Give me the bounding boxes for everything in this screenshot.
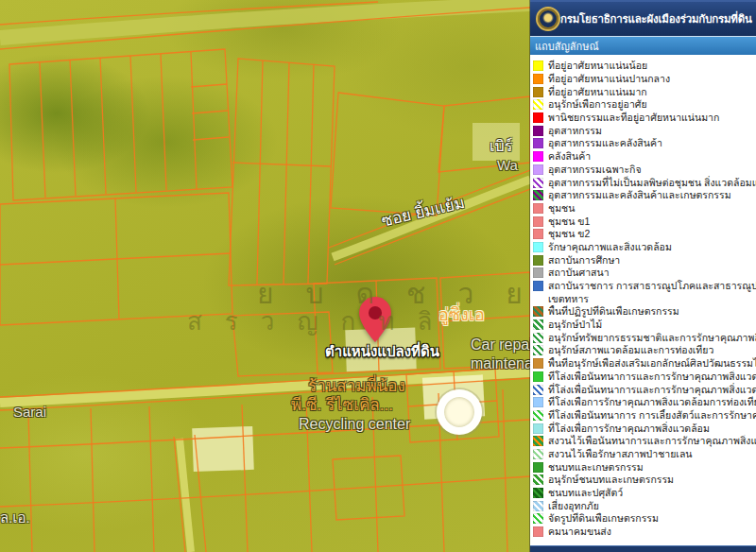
department-seal-icon — [536, 7, 560, 31]
legend-item-label: ชุมชน ข2 — [548, 228, 590, 240]
legend-item: อุตสาหกรรมที่ไม่เป็นมลพิษต่อชุมชน สิ่งแว… — [533, 176, 756, 189]
parcel-boundaries — [0, 2, 530, 552]
recycle-shop-label-1[interactable]: ร้านสามพี่น้อง — [308, 378, 405, 396]
legend-swatch-icon — [533, 99, 543, 110]
watermark-row-1: ยบดชวย — [257, 278, 530, 309]
legend-item: ที่อยู่อาศัยหนาแน่นมาก — [533, 85, 756, 98]
recycle-shop-label-en[interactable]: Recycling center — [299, 416, 410, 433]
legend-item: รักษาคุณภาพและสิ่งแวดล้อม — [533, 241, 756, 254]
legend-swatch-icon — [533, 203, 543, 214]
legend-swatch-icon — [533, 126, 543, 136]
legend-swatch-icon — [533, 178, 543, 188]
legend-item-label: ที่โล่งเพื่อนันทนาการและการรักษาคุณภาพสิ… — [548, 384, 756, 396]
legend-item-label: อุตสาหกรรมและคลังสินค้าและเกษตรกรรม — [548, 189, 731, 201]
legend-item-label: อนุรักษ์เพื่อการอยู่อาศัย — [548, 98, 647, 111]
legend-item-label: อนุรักษ์ป่าไม้ — [548, 319, 602, 331]
legend-item: อนุรักษ์ทรัพยากรธรรมชาติและการรักษาคุณภา… — [533, 331, 756, 344]
legend-swatch-icon — [533, 462, 543, 473]
legend-item-label: อุตสาหกรรม — [548, 125, 602, 137]
legend-item-label: อุตสาหกรรมและคลังสินค้า — [548, 137, 662, 149]
legend-item: ที่โล่งเพื่อนันทนาการและการรักษาคุณภาพสิ… — [533, 371, 756, 384]
legend-item-label: พื้นที่อนุรักษ์เพื่อส่งเสริมเอกลักษณ์ศิล… — [548, 357, 756, 370]
legend-item-label: ที่โล่งเพื่อการรักษาคุณภาพสิ่งแวดล้อมการ… — [548, 396, 756, 408]
legend-item-label: ที่อยู่อาศัยหนาแน่นมาก — [548, 86, 647, 98]
legend-item-label: อุตสาหกรรมเฉพาะกิจ — [548, 164, 642, 176]
corner-area-label: ล.เอ. — [0, 510, 30, 526]
legend-item: สถาบันการศึกษา — [533, 253, 756, 267]
legend-item: อุตสาหกรรมและคลังสินค้า — [533, 137, 756, 150]
recycling-center-poi-icon[interactable] — [437, 389, 482, 435]
legend-item-label: ที่อยู่อาศัยหนาแน่นน้อย — [548, 60, 647, 72]
car-repair-label-th[interactable]: อู่ซิ่งเอ — [438, 306, 485, 325]
legend-swatch-icon — [533, 513, 543, 524]
legend-item-label: พานิชยกรรมและที่อยู่อาศัยหนาแน่นมาก — [548, 112, 719, 124]
legend-item: เสี่ยงอุทกภัย — [533, 499, 756, 512]
legend-item: ชุมชน ข1 — [533, 215, 756, 228]
legend-item-label: อนุรักษ์ทรัพยากรธรรมชาติและการรักษาคุณภา… — [548, 332, 756, 344]
legend-swatch-icon — [533, 319, 543, 330]
legend-swatch-icon — [533, 333, 543, 343]
legend-item: เขตทหาร — [533, 292, 756, 305]
legend-item-label: พื้นที่ปฏิรูปที่ดินเพื่อเกษตรกรรม — [548, 305, 679, 318]
legend-title-bar: แถบสัญลักษณ์ — [530, 36, 756, 55]
sarai-label: Sarai — [13, 405, 46, 421]
legend-swatch-icon — [533, 294, 543, 304]
canal-label: คลองสาม — [349, 0, 401, 2]
legend-item: อนุรักษ์ชนบทและเกษตรกรรม — [533, 474, 756, 487]
legend-item: คลังสินค้า — [533, 150, 756, 164]
legend-item-label: เสี่ยงอุทกภัย — [548, 500, 599, 512]
legend-item: ที่โล่งเพื่อนันทนาการ การเลี้ยงสัตว์และก… — [533, 409, 756, 423]
legend-panel: กรมโยธาธิการและผังเมืองร่วมกับกรมที่ดิน … — [530, 0, 756, 552]
legend-item-label: ที่โล่งเพื่อการรักษาคุณภาพสิ่งแวดล้อม — [548, 423, 710, 435]
legend-item: สถาบันศาสนา — [533, 267, 756, 280]
legend-swatch-icon — [533, 385, 543, 395]
legend-swatch-icon — [533, 151, 543, 162]
legend-item-label: คมนาคมขนส่ง — [548, 526, 611, 538]
legend-item-label: อนุรักษ์สภาพแวดล้อมและการท่องเที่ยว — [548, 344, 713, 356]
legend-item-label: ที่อยู่อาศัยหนาแน่นปานกลาง — [548, 73, 670, 85]
legend-swatch-icon — [533, 255, 543, 266]
bird-poi-label-th[interactable]: เบิร์ — [490, 138, 512, 155]
legend-item: พื้นที่ปฏิรูปที่ดินเพื่อเกษตรกรรม — [533, 305, 756, 319]
legend-item: ชนบทและปศุสัตว์ — [533, 487, 756, 500]
legend-swatch-icon — [533, 397, 543, 407]
legend-item: อนุรักษ์ป่าไม้ — [533, 319, 756, 332]
legend-swatch-icon — [533, 229, 543, 239]
legend-item: อนุรักษ์เพื่อการอยู่อาศัย — [533, 98, 756, 112]
legend-item: อุตสาหกรรม — [533, 124, 756, 137]
legend-item: อุตสาหกรรมและคลังสินค้าและเกษตรกรรม — [533, 189, 756, 202]
legend-item-label: สถาบันราชการ การสาธารณูปโภคและสาธารณูปกา… — [548, 280, 756, 292]
panel-header: กรมโยธาธิการและผังเมืองร่วมกับกรมที่ดิน — [530, 0, 756, 36]
legend-item-label: ชุมชน — [548, 202, 575, 215]
legend-item-label: ที่โล่งเพื่อนันทนาการและการรักษาคุณภาพสิ… — [548, 371, 756, 383]
legend-item: ที่โล่งเพื่อการรักษาคุณภาพสิ่งแวดล้อมการ… — [533, 396, 756, 409]
cadastral-map[interactable]: คลองสามยบดชวยสรวญกทลิซอย ยิ้มแย้มเบิร์Wa… — [0, 0, 530, 552]
car-repair-label-en2[interactable]: maintena — [471, 355, 530, 372]
app-window: คลองสามยบดชวยสรวญกทลิซอย ยิ้มแย้มเบิร์Wa… — [0, 0, 756, 552]
legend-swatch-icon — [533, 358, 543, 369]
legend-swatch-icon — [533, 410, 543, 421]
legend-swatch-icon — [533, 87, 543, 97]
legend-item: สถาบันราชการ การสาธารณูปโภคและสาธารณูปกา… — [533, 280, 756, 293]
legend-item: ชนบทและเกษตรกรรม — [533, 460, 756, 474]
legend-list: ที่อยู่อาศัยหนาแน่นน้อย ที่อยู่อาศัยหนาแ… — [530, 55, 756, 538]
legend-item: สงวนไว้เพื่อนันทนาการและการรักษาคุณภาพสิ… — [533, 435, 756, 448]
legend-item-label: ชนบทและปศุสัตว์ — [548, 487, 623, 499]
bird-poi-label-en[interactable]: Wa — [497, 158, 518, 174]
legend-item-label: สงวนไว้เพื่อนันทนาการและการรักษาคุณภาพสิ… — [548, 435, 756, 447]
legend-item-label: จัดรูปที่ดินเพื่อเกษตรกรรม — [548, 512, 659, 525]
legend-swatch-icon — [533, 164, 543, 175]
legend-swatch-icon — [533, 449, 543, 459]
legend-item: ที่อยู่อาศัยหนาแน่นปานกลาง — [533, 73, 756, 86]
legend-item: อนุรักษ์สภาพแวดล้อมและการท่องเที่ยว — [533, 344, 756, 357]
recycle-shop-label-2[interactable]: พี.ซี. รีไซเคิล... — [291, 397, 393, 415]
legend-swatch-icon — [533, 423, 543, 434]
legend-swatch-icon — [533, 345, 543, 355]
legend-item: ที่โล่งเพื่อนันทนาการและการรักษาคุณภาพสิ… — [533, 383, 756, 396]
parcel-position-label: ตำแหน่งแปลงที่ดิน — [325, 344, 439, 360]
legend-item: ที่โล่งเพื่อการรักษาคุณภาพสิ่งแวดล้อม — [533, 422, 756, 435]
legend-swatch-icon — [533, 267, 543, 278]
legend-swatch-icon — [533, 112, 543, 123]
legend-item-label: ชุมชน ข1 — [548, 216, 590, 228]
car-repair-label-en1[interactable]: Car repair — [471, 336, 530, 354]
